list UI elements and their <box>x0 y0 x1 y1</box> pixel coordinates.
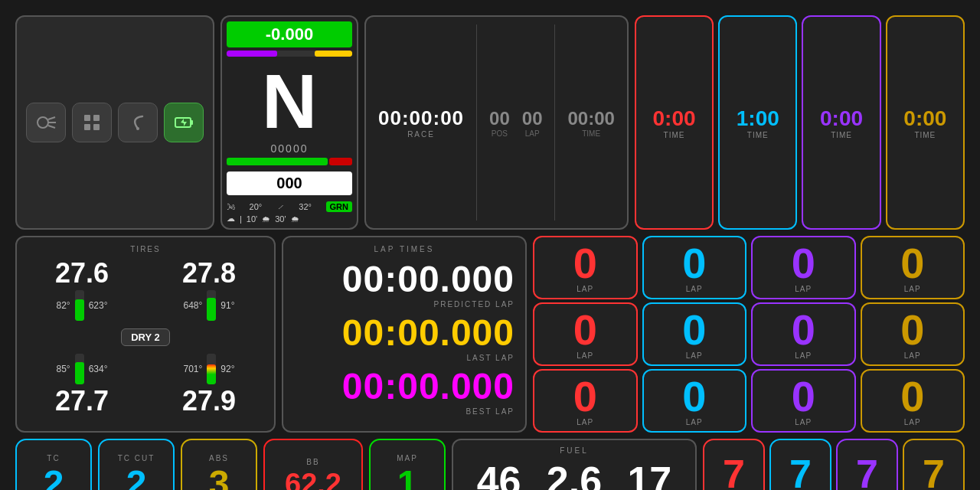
tire-fl-bar <box>75 290 84 321</box>
tire-rl-bars: 85° 634° <box>24 354 139 384</box>
flag-badge: GRN <box>326 201 352 212</box>
battery-button[interactable] <box>164 103 204 142</box>
mid-card-r2-1: 0 LAP <box>533 302 638 366</box>
svg-rect-4 <box>84 115 90 121</box>
last-lap-row: 00:00.000 LAST LAP <box>294 312 514 362</box>
right-top-label-2: TIME <box>747 131 769 139</box>
position-block: 00 POS <box>489 108 510 138</box>
fuel-row: 46 LITRES 2.6 AVG 17 LAPS <box>464 461 684 490</box>
right-top-val-3: 0:00 <box>820 106 863 131</box>
session-time-block: 00:00 TIME <box>567 108 614 138</box>
svg-point-8 <box>136 127 139 130</box>
position-label: POS <box>489 129 510 138</box>
best-lap-time: 00:00.000 <box>294 365 514 407</box>
svg-rect-6 <box>84 124 90 130</box>
mid-val-r2-1: 0 <box>573 309 597 351</box>
mid-label-r1-4: LAP <box>904 285 921 293</box>
tc-cut-label: TC CUT <box>118 454 155 462</box>
race-info-panel: 00:00:00 RACE 00 POS 00 LAP 00:00 TIME <box>364 15 629 230</box>
rain2-icon: 🌧 <box>291 214 299 224</box>
bot-val-4: 7 <box>923 454 945 491</box>
right-top-card-1: 0:00 TIME <box>635 15 714 230</box>
svg-rect-5 <box>93 115 100 121</box>
position-value: 00 <box>489 108 510 129</box>
tire-rl-tyre: 634° <box>89 364 108 374</box>
mid-card-r1-1: 0 LAP <box>533 236 638 299</box>
tire-rr-temp: 27.9 <box>152 387 266 415</box>
fuel-avg-cell: 2.6 AVG <box>547 461 602 490</box>
wiper-button[interactable] <box>118 103 158 142</box>
gear-number: 000 <box>227 172 352 195</box>
fuel-litres: 46 <box>477 461 521 490</box>
tc-value: 2 <box>44 466 64 491</box>
wind-speed: 20° <box>250 202 263 211</box>
tire-rr-brake: 701° <box>184 364 203 374</box>
right-panels-mid-row3: 0 LAP 0 LAP 0 LAP 0 LAP <box>533 369 965 433</box>
mid-label-r1-2: LAP <box>686 285 703 293</box>
tires-grid: 27.6 82° 623° 27.8 648° 91° <box>24 260 266 324</box>
mid-val-r2-3: 0 <box>792 309 815 351</box>
rain2: 30' <box>275 214 286 224</box>
mid-val-r1-3: 0 <box>792 242 815 285</box>
right-top-label-1: TIME <box>664 131 685 139</box>
fuel-bar <box>227 158 352 165</box>
abs-card: ABS 3 <box>181 439 257 490</box>
predicted-lap-label: PREDICTED LAP <box>294 300 514 309</box>
mid-card-r2-4: 0 LAP <box>861 302 965 366</box>
rain1-icon: 🌧 <box>262 214 270 224</box>
race-label: RACE <box>378 130 464 139</box>
separator: | <box>240 214 242 224</box>
mid-card-r3-4: 0 LAP <box>861 369 965 433</box>
tire-rr: 701° 92° 27.9 <box>152 351 266 415</box>
tire-rl-brake: 85° <box>57 364 70 374</box>
right-top-val-4: 0:00 <box>903 106 946 131</box>
tire-fl-brake: 82° <box>57 300 70 311</box>
mid-val-r2-2: 0 <box>682 309 706 351</box>
controls-panel <box>15 15 214 230</box>
mid-card-r1-3: 0 LAP <box>751 236 856 299</box>
tire-fl-bars: 82° 623° <box>24 290 139 321</box>
fuel-laps-cell: 17 LAPS <box>627 461 671 490</box>
tc-label: TC <box>47 454 60 462</box>
mid-val-r1-4: 0 <box>900 242 924 285</box>
race-time-block: 00:00:00 RACE <box>378 106 464 139</box>
tire-rl: 85° 634° 27.7 <box>24 351 139 415</box>
right-top-label-3: TIME <box>831 131 852 139</box>
mid-label-r1-3: LAP <box>795 285 812 293</box>
svg-line-3 <box>48 126 55 128</box>
bb-card: BB 62.2 <box>263 439 363 490</box>
mid-card-r3-2: 0 LAP <box>642 369 747 433</box>
mid-label-r2-4: LAP <box>904 351 921 360</box>
mid-card-r3-3: 0 LAP <box>751 369 856 433</box>
right-top-card-2: 1:00 TIME <box>718 15 797 230</box>
best-lap-row: 00:00.000 BEST LAP <box>294 365 514 416</box>
best-lap-label: BEST LAP <box>294 407 514 416</box>
odometer: 00000 <box>271 142 309 155</box>
bot-card-4: 7 PS <box>903 439 965 490</box>
bb-label: BB <box>306 458 319 466</box>
mid-label-r3-3: LAP <box>795 418 812 426</box>
predicted-lap-row: 00:00.000 PREDICTED LAP <box>294 258 514 309</box>
right-panels-bot: 7 PS 7 PS 7 PS 7 PS <box>703 439 965 490</box>
predicted-lap-time: 00:00.000 <box>294 258 514 300</box>
last-lap-time: 00:00.000 <box>294 312 514 354</box>
tire-fl-tyre: 623° <box>89 300 108 311</box>
tc-card: TC 2 <box>15 439 92 490</box>
headlights-button[interactable] <box>26 103 66 142</box>
wind-angle-icon: ⟋ <box>276 202 285 211</box>
tire-compound: DRY 2 <box>121 328 170 346</box>
tires-panel: TIRES 27.6 82° 623° 27.8 648° <box>15 236 276 433</box>
tire-fl-temp: 27.6 <box>24 260 139 287</box>
grid-button[interactable] <box>72 103 112 142</box>
right-top-card-4: 0:00 TIME <box>886 15 965 230</box>
mid-val-r3-1: 0 <box>573 375 597 418</box>
tire-fr-bars: 648° 91° <box>152 290 266 321</box>
tire-rr-tyre: 92° <box>220 364 234 374</box>
rpm-bar <box>227 51 352 57</box>
gear-panel: -0.000 N 00000 000 🌬 20° ⟋ 32° GRN ☁ | <box>220 15 358 230</box>
abs-label: ABS <box>209 454 229 462</box>
bot-card-1: 7 PS <box>703 439 765 490</box>
fuel-laps: 17 <box>627 461 671 490</box>
mid-card-r1-2: 0 LAP <box>642 236 747 299</box>
wind-icon: 🌬 <box>227 202 235 211</box>
